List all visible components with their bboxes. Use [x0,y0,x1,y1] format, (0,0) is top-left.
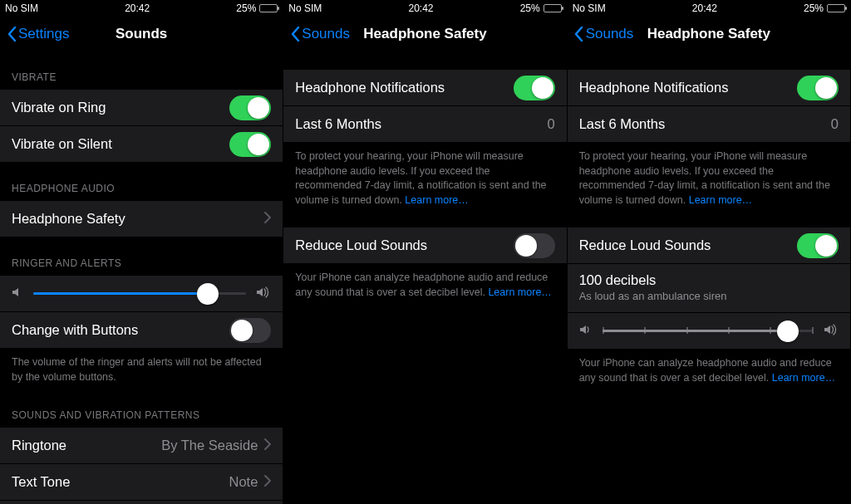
section-header-sounds-patterns: SOUNDS AND VIBRATION PATTERNS [0,396,283,428]
row-decibel-slider[interactable] [568,313,850,350]
battery-pct: 25% [804,2,824,14]
toggle-headphone-notifications[interactable] [797,76,839,100]
footer-reduce: Your iPhone can analyze headphone audio … [283,264,566,311]
time-label: 20:42 [692,2,717,14]
nav-bar: Settings Sounds [0,17,283,51]
speaker-low-icon [12,286,23,301]
toggle-vibrate-silent[interactable] [229,132,271,157]
label: Change with Buttons [12,322,138,338]
screen-sounds: No SIM 20:42 25% Settings Sounds VIBRATE… [0,0,283,504]
toggle-vibrate-ring[interactable] [229,95,271,120]
chevron-right-icon [264,211,271,227]
row-vibrate-ring[interactable]: Vibrate on Ring [0,90,283,126]
footer-reduce: Your iPhone can analyze headphone audio … [568,350,850,397]
toggle-headphone-notifications[interactable] [514,76,555,100]
section-header-vibrate: VIBRATE [0,51,283,90]
battery-icon [827,4,845,12]
row-change-with-buttons[interactable]: Change with Buttons [0,312,283,349]
carrier-label: No SIM [288,2,322,14]
learn-more-link[interactable]: Learn more… [689,194,752,206]
back-button[interactable]: Sounds [290,26,350,42]
row-reduce-loud-sounds[interactable]: Reduce Loud Sounds [568,228,850,264]
row-headphone-safety[interactable]: Headphone Safety [0,201,283,237]
battery-icon [259,4,278,12]
row-reduce-loud-sounds[interactable]: Reduce Loud Sounds [283,228,566,264]
toggle-reduce-loud-sounds[interactable] [514,233,555,258]
learn-more-link[interactable]: Learn more… [488,286,551,298]
speaker-low-icon [579,324,593,339]
chevron-right-icon [264,438,271,453]
time-label: 20:42 [125,2,150,14]
learn-more-link[interactable]: Learn more… [772,372,835,384]
row-last-6-months[interactable]: Last 6 Months 0 [568,106,850,143]
decibel-label: 100 decibels [579,272,839,288]
screen-headphone-safety-on: No SIM 20:42 25% Sounds Headphone Safety… [568,0,851,504]
row-ringtone[interactable]: Ringtone By The Seaside [0,428,283,464]
status-bar: No SIM 20:42 25% [0,0,283,17]
chevron-left-icon [7,26,17,42]
label: Headphone Safety [12,211,125,227]
learn-more-link[interactable]: Learn more… [405,194,468,206]
status-bar: No SIM 20:42 25% [283,0,566,17]
back-button[interactable]: Sounds [574,26,634,42]
speaker-high-icon [824,324,839,339]
label: Reduce Loud Sounds [295,237,427,253]
label: Last 6 Months [579,116,666,132]
label: Text Tone [12,474,70,490]
label: Ringtone [12,438,66,453]
value: Note [229,474,258,490]
toggle-change-buttons[interactable] [229,318,271,343]
row-vibrate-silent[interactable]: Vibrate on Silent [0,126,283,163]
carrier-label: No SIM [5,2,38,14]
row-headphone-notifications[interactable]: Headphone Notifications [283,70,566,106]
value: 0 [831,116,839,132]
back-label: Sounds [586,26,634,42]
label: Headphone Notifications [295,80,445,95]
row-ringer-volume[interactable] [0,276,283,312]
volume-slider[interactable] [33,292,246,295]
label: Reduce Loud Sounds [579,237,711,253]
nav-bar: Sounds Headphone Safety [568,17,850,51]
back-label: Sounds [302,26,350,42]
footer-change-buttons: The volume of the ringer and alerts will… [0,349,283,396]
label: Vibrate on Silent [12,136,112,152]
nav-bar: Sounds Headphone Safety [283,17,566,51]
value: By The Seaside [161,438,258,453]
section-header-headphone: HEADPHONE AUDIO [0,163,283,201]
time-label: 20:42 [408,2,433,14]
row-last-6-months[interactable]: Last 6 Months 0 [283,106,566,143]
chevron-right-icon [264,474,271,490]
decibel-slider[interactable] [603,330,814,332]
value: 0 [547,116,554,132]
battery-pct: 25% [520,2,540,14]
chevron-left-icon [290,26,300,42]
row-headphone-notifications[interactable]: Headphone Notifications [568,70,850,106]
screen-headphone-safety-off: No SIM 20:42 25% Sounds Headphone Safety… [283,0,567,504]
row-text-tone[interactable]: Text Tone Note [0,464,283,501]
speaker-high-icon [256,286,271,301]
carrier-label: No SIM [573,2,606,14]
row-new-voicemail[interactable]: New Voicemail Tri-tone [0,501,283,504]
row-decibel-level: 100 decibels As loud as an ambulance sir… [568,264,850,313]
chevron-left-icon [574,26,584,42]
footer-notifications: To protect your hearing, your iPhone wil… [568,143,850,219]
status-bar: No SIM 20:42 25% [568,0,850,17]
battery-pct: 25% [236,2,256,14]
toggle-reduce-loud-sounds[interactable] [797,233,839,258]
battery-icon [544,4,562,12]
decibel-sub: As loud as an ambulance siren [579,290,839,302]
back-label: Settings [18,26,69,42]
footer-notifications: To protect your hearing, your iPhone wil… [283,143,566,219]
label: Vibrate on Ring [12,100,106,115]
label: Last 6 Months [295,116,381,132]
back-button[interactable]: Settings [7,26,69,42]
section-header-ringer: RINGER AND ALERTS [0,237,283,276]
label: Headphone Notifications [579,80,729,95]
